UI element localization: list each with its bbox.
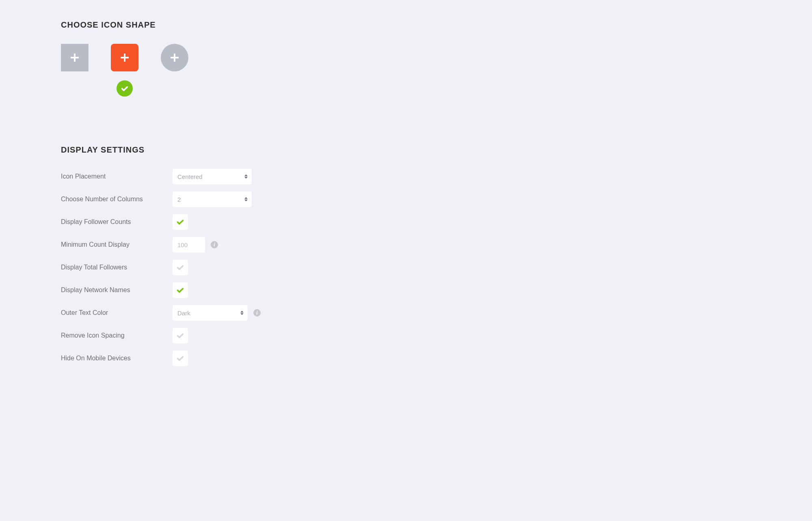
info-icon[interactable]: i	[253, 309, 261, 316]
row-num-columns: Choose Number of Columns 2	[61, 192, 751, 207]
row-network-names: Display Network Names	[61, 282, 751, 298]
row-min-count: Minimum Count Display i	[61, 237, 751, 252]
label-min-count: Minimum Count Display	[61, 241, 173, 248]
label-icon-placement: Icon Placement	[61, 173, 173, 180]
label-total-followers: Display Total Followers	[61, 264, 173, 271]
label-network-names: Display Network Names	[61, 286, 173, 294]
row-outer-text-color: Outer Text Color Dark i	[61, 305, 751, 321]
select-icon-placement-value: Centered	[177, 173, 203, 180]
row-follower-counts: Display Follower Counts	[61, 214, 751, 230]
row-total-followers: Display Total Followers	[61, 260, 751, 275]
checkbox-follower-counts[interactable]	[173, 214, 188, 230]
select-num-columns-value: 2	[177, 196, 181, 203]
choose-icon-shape-title: CHOOSE ICON SHAPE	[61, 20, 751, 30]
plus-icon	[171, 54, 179, 62]
check-icon	[176, 331, 185, 340]
shape-option-circle[interactable]	[161, 44, 188, 71]
choose-icon-shape-section: CHOOSE ICON SHAPE	[61, 20, 751, 97]
display-settings-section: DISPLAY SETTINGS Icon Placement Centered…	[61, 145, 751, 366]
chevron-up-down-icon	[240, 311, 244, 315]
chevron-up-down-icon	[244, 197, 248, 202]
checkbox-remove-spacing[interactable]	[173, 328, 188, 343]
info-icon[interactable]: i	[211, 241, 218, 248]
checkbox-total-followers[interactable]	[173, 260, 188, 275]
display-settings-title: DISPLAY SETTINGS	[61, 145, 751, 155]
select-outer-text-color[interactable]: Dark	[173, 305, 248, 321]
label-outer-text-color: Outer Text Color	[61, 309, 173, 316]
plus-icon	[71, 54, 79, 62]
row-hide-mobile: Hide On Mobile Devices	[61, 351, 751, 366]
row-remove-spacing: Remove Icon Spacing	[61, 328, 751, 343]
select-num-columns[interactable]: 2	[173, 192, 252, 207]
shape-options-row	[61, 44, 751, 97]
row-icon-placement: Icon Placement Centered	[61, 169, 751, 184]
chevron-up-down-icon	[244, 174, 248, 179]
check-icon	[176, 286, 185, 295]
check-icon	[176, 263, 185, 272]
label-remove-spacing: Remove Icon Spacing	[61, 332, 173, 339]
shape-option-rounded-col	[111, 44, 138, 97]
label-follower-counts: Display Follower Counts	[61, 218, 173, 226]
label-num-columns: Choose Number of Columns	[61, 196, 173, 203]
check-icon	[176, 217, 185, 226]
input-min-count[interactable]	[173, 237, 205, 252]
shape-option-circle-col	[161, 44, 188, 97]
shape-option-square[interactable]	[61, 44, 89, 71]
checkbox-hide-mobile[interactable]	[173, 351, 188, 366]
selected-badge	[117, 80, 133, 97]
label-hide-mobile: Hide On Mobile Devices	[61, 355, 173, 362]
shape-option-rounded[interactable]	[111, 44, 138, 71]
select-outer-text-color-value: Dark	[177, 310, 190, 316]
check-icon	[176, 354, 185, 363]
check-icon	[120, 84, 129, 93]
plus-icon	[121, 54, 129, 62]
shape-option-square-col	[61, 44, 89, 97]
checkbox-network-names[interactable]	[173, 282, 188, 298]
select-icon-placement[interactable]: Centered	[173, 169, 252, 184]
